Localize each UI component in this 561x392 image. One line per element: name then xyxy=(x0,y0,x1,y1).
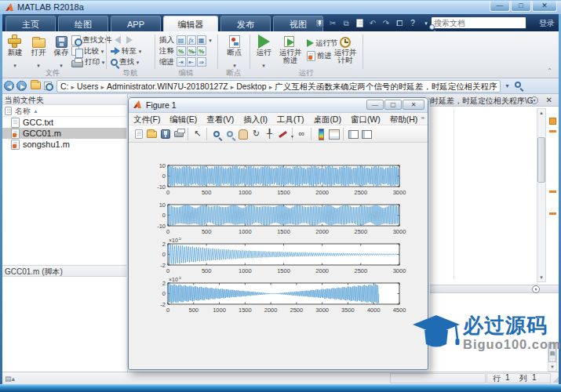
subplot-signal-2[interactable]: 050010001500200025003000-10010 xyxy=(144,198,415,238)
menu-desktop[interactable]: 桌面(D) xyxy=(313,113,341,125)
print-button[interactable]: 打印 xyxy=(71,56,104,67)
tab-editor[interactable]: 编辑器 xyxy=(163,16,218,31)
zoom-in-icon[interactable] xyxy=(210,128,222,140)
save-figure-icon[interactable] xyxy=(159,128,171,140)
menu-tools[interactable]: 工具(T) xyxy=(277,113,304,125)
collapse-ribbon-button[interactable]: ⌃ xyxy=(545,67,555,76)
analyzer-warning-marker[interactable] xyxy=(549,212,556,215)
scroll-up-icon[interactable]: ▲ xyxy=(537,109,545,117)
run-button[interactable]: 运行 xyxy=(252,33,275,71)
pan-icon[interactable] xyxy=(237,128,249,140)
search-input[interactable] xyxy=(434,18,512,27)
forward-arrow-icon[interactable] xyxy=(126,36,133,44)
analyzer-warning-marker[interactable] xyxy=(549,191,556,193)
subplot-correlation-1[interactable]: 050010001500200025003000-202×105 xyxy=(144,238,415,277)
open-file-icon[interactable] xyxy=(146,128,158,140)
minimize-button[interactable]: — xyxy=(490,1,510,12)
brush-icon[interactable]: ▾ xyxy=(277,128,289,140)
quick-undo-icon[interactable]: ↶ xyxy=(366,17,379,29)
analyzer-status-icon[interactable] xyxy=(549,118,556,125)
quick-copy-icon[interactable]: ⧉ xyxy=(340,17,352,29)
editor-dock-icon[interactable]: ▾ xyxy=(530,96,538,104)
new-file-icon[interactable] xyxy=(133,128,144,140)
data-cursor-icon[interactable]: ╀ xyxy=(264,128,275,140)
analyzer-warning-marker[interactable] xyxy=(549,130,556,132)
link-plot-icon[interactable]: ∞ xyxy=(296,128,308,140)
insert-figure-icon[interactable]: ▦ xyxy=(197,35,206,45)
run-and-advance-button[interactable]: 运行并前进 xyxy=(276,33,304,64)
rotate-3d-icon[interactable]: ↻ xyxy=(250,128,262,140)
back-arrow-icon[interactable] xyxy=(115,36,121,44)
maximize-button[interactable]: □ xyxy=(511,1,531,12)
new-script-button[interactable]: 新建 xyxy=(3,33,27,71)
quick-save-icon[interactable] xyxy=(313,17,326,29)
recent-folders-icon[interactable] xyxy=(31,82,41,89)
tab-home[interactable]: 主页 xyxy=(5,16,56,31)
breadcrumb[interactable]: C:UsersAdministrator.WIN7U-20180127ZDesk… xyxy=(56,80,501,93)
indent-left-icon[interactable]: ⇤ xyxy=(187,57,196,67)
breakpoints-button[interactable]: 断点 xyxy=(222,33,247,71)
editor-vertical-scrollbar[interactable]: ▲ ▼ xyxy=(537,108,546,282)
quick-redo-icon[interactable]: ↷ xyxy=(380,17,392,29)
quick-switch-window-icon[interactable]: ⧠ xyxy=(393,17,406,29)
tab-apps[interactable]: APP xyxy=(111,16,161,31)
goto-button[interactable]: 转至 xyxy=(111,45,141,56)
advance-button[interactable]: 前进 xyxy=(307,50,332,60)
uncomment-icon[interactable]: % xyxy=(197,46,206,56)
smart-indent-icon[interactable]: ⇥ xyxy=(177,57,186,67)
run-and-time-button[interactable]: 运行并计时 xyxy=(333,33,358,64)
tab-plots[interactable]: 绘图 xyxy=(58,16,108,31)
figure-maximize-button[interactable]: ▢ xyxy=(384,100,402,110)
quick-help-icon[interactable]: ? xyxy=(406,17,419,29)
file-row-songshu1-m[interactable]: songshu1.m xyxy=(0,139,127,150)
compare-button[interactable]: 比较 xyxy=(71,45,104,56)
close-button[interactable]: ✕ xyxy=(532,1,557,12)
figure-minimize-button[interactable]: — xyxy=(366,100,384,110)
open-button[interactable]: 打开 xyxy=(27,33,50,71)
find-button[interactable]: 查找 xyxy=(111,56,139,67)
subplot-correlation-2[interactable]: 050010001500200025003000350040004500-202… xyxy=(144,277,415,316)
menu-file[interactable]: 文件(F) xyxy=(133,113,160,125)
figure-title-bar[interactable]: Figure 1 — ▢ ✕ xyxy=(129,98,428,113)
insert-legend-icon[interactable] xyxy=(328,128,340,140)
hide-plot-tools-icon[interactable] xyxy=(347,128,359,140)
subplot-signal-1[interactable]: 050010001500200025003000-10010 xyxy=(144,159,415,198)
editor-close-icon[interactable]: ✕ xyxy=(546,96,552,104)
quick-cut-icon[interactable]: ✂ xyxy=(326,17,339,29)
indent-right-icon[interactable]: ⇒ xyxy=(197,57,206,67)
figure-close-button[interactable]: ✕ xyxy=(403,100,424,110)
file-row-gcc01-m[interactable]: GCC01.m xyxy=(0,128,127,139)
search-icon[interactable] xyxy=(429,24,435,30)
show-plot-tools-icon[interactable] xyxy=(360,128,372,140)
menu-edit[interactable]: 编辑(E) xyxy=(169,113,197,125)
figure-window[interactable]: Figure 1 — ▢ ✕ 文件(F) 编辑(E) 查看(V) 插入(I) 工… xyxy=(128,97,428,370)
breadcrumb-segment[interactable]: Users xyxy=(77,82,98,91)
nav-forward-button[interactable] xyxy=(16,81,27,91)
figure-canvas[interactable]: 050010001500200025003000-10010 050010001… xyxy=(129,143,428,369)
print-figure-icon[interactable] xyxy=(173,128,184,140)
breadcrumb-segment[interactable]: 广义互相关函数来确定两个信号的时延差，时延定位相关程序 xyxy=(275,82,497,93)
search-folder-icon[interactable] xyxy=(44,82,52,90)
layout-selector-icon[interactable]: ▤▴ xyxy=(5,375,15,383)
menu-view[interactable]: 查看(V) xyxy=(206,113,234,125)
menu-help[interactable]: 帮助(H) xyxy=(390,113,418,125)
doc-search-box[interactable] xyxy=(431,16,526,29)
insert-section-icon[interactable]: ▤ xyxy=(177,35,186,45)
breadcrumb-segment[interactable]: C: xyxy=(60,82,69,91)
menu-window[interactable]: 窗口(W) xyxy=(351,113,381,125)
scrollbar-thumb[interactable] xyxy=(537,137,545,183)
breadcrumb-segment[interactable]: Desktop xyxy=(236,82,267,91)
edit-plot-icon[interactable]: ↖ xyxy=(191,128,203,140)
zoom-out-icon[interactable] xyxy=(224,128,235,140)
address-dropdown-icon[interactable]: ▼ xyxy=(502,80,512,93)
tab-publish[interactable]: 发布 xyxy=(220,16,271,31)
menu-overflow-icon[interactable] xyxy=(421,114,424,122)
nav-back-button[interactable] xyxy=(4,81,14,91)
login-link[interactable]: 登录 xyxy=(539,18,555,29)
name-column-header[interactable]: 名称 ▲ xyxy=(0,105,127,117)
comment-icon[interactable]: % xyxy=(177,46,186,56)
insert-function-icon[interactable]: fx xyxy=(187,35,196,45)
breadcrumb-segment[interactable]: Administrator.WIN7U-20180127Z xyxy=(107,82,228,91)
save-button[interactable]: 保存 xyxy=(49,33,73,71)
scroll-down-icon[interactable]: ▼ xyxy=(537,274,545,281)
